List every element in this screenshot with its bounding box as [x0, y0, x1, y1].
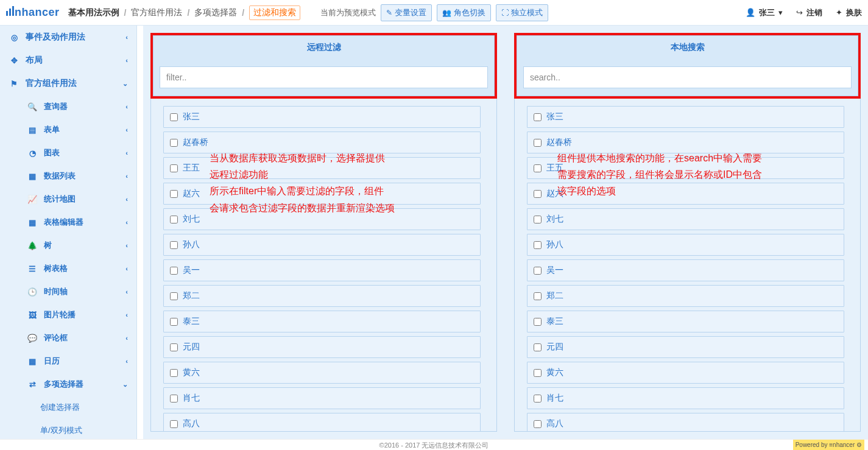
option-row[interactable]: 郑二 [527, 285, 844, 307]
option-checkbox[interactable] [534, 190, 542, 198]
option-checkbox[interactable] [534, 267, 542, 275]
option-checkbox[interactable] [534, 395, 542, 403]
option-checkbox[interactable] [170, 420, 178, 428]
sidebar-item-tableeditor[interactable]: ▦表格编辑器‹ [0, 211, 136, 234]
sidebar-item-layout[interactable]: ✥布局‹ [0, 49, 136, 72]
option-row[interactable]: 张三 [163, 106, 481, 128]
sidebar-item-datalist[interactable]: ▦数据列表‹ [0, 164, 136, 188]
option-checkbox[interactable] [170, 113, 178, 121]
option-list-left[interactable]: 张三赵春桥王五赵六刘七孙八吴一郑二泰三元四黄六肖七高八马九1赫一 [151, 99, 496, 431]
option-row[interactable]: 刘七 [527, 208, 844, 230]
option-checkbox[interactable] [170, 139, 178, 147]
breadcrumb-2[interactable]: 多项选择器 [194, 7, 237, 18]
option-row[interactable]: 元四 [527, 336, 844, 358]
option-checkbox[interactable] [170, 318, 178, 326]
option-checkbox[interactable] [170, 190, 178, 198]
standalone-mode-button[interactable]: ⛶独立模式 [496, 4, 548, 21]
search-input[interactable] [523, 66, 852, 88]
option-row[interactable]: 张三 [527, 106, 844, 128]
option-row[interactable]: 黄六 [163, 362, 481, 384]
list-icon: ☰ [27, 264, 38, 273]
sidebar-item-events[interactable]: ◎事件及动作用法‹ [0, 26, 136, 49]
logout-button[interactable]: ↪注销 [796, 7, 822, 18]
user-menu[interactable]: 👤张三▾ [746, 7, 783, 18]
option-row[interactable]: 刘七 [163, 208, 481, 230]
option-row[interactable]: 高八 [527, 413, 844, 431]
option-checkbox[interactable] [170, 241, 178, 249]
sidebar-item-calendar[interactable]: ▦日历‹ [0, 350, 136, 373]
option-checkbox[interactable] [534, 343, 542, 351]
option-row[interactable]: 吴一 [527, 259, 844, 281]
option-checkbox[interactable] [534, 113, 542, 121]
sidebar-leaf-create[interactable]: 创建选择器 [0, 396, 136, 419]
sidebar-item-comment[interactable]: 💬评论框‹ [0, 326, 136, 350]
option-checkbox[interactable] [170, 369, 178, 377]
breadcrumb-active[interactable]: 过滤和搜索 [249, 5, 300, 20]
option-checkbox[interactable] [534, 369, 542, 377]
option-row[interactable]: 郑二 [163, 285, 481, 307]
variable-settings-button[interactable]: ✎变量设置 [381, 4, 432, 21]
option-list-right[interactable]: 张三赵春桥王五赵六刘七孙八吴一郑二泰三元四黄六肖七高八马九1赫一 [515, 99, 860, 431]
option-row[interactable]: 黄六 [527, 362, 844, 384]
topbar: nhancer 基本用法示例 / 官方组件用法 / 多项选择器 / 过滤和搜索 … [0, 0, 868, 26]
option-checkbox[interactable] [170, 395, 178, 403]
option-label: 元四 [183, 342, 200, 353]
sidebar-item-treetable[interactable]: ☰树表格‹ [0, 257, 136, 280]
skin-button[interactable]: ✦换肤 [836, 7, 862, 18]
option-checkbox[interactable] [170, 216, 178, 223]
grid-icon: ▦ [27, 172, 38, 181]
option-checkbox[interactable] [170, 164, 178, 172]
option-row[interactable]: 肖七 [527, 387, 844, 409]
option-checkbox[interactable] [534, 318, 542, 326]
sidebar-item-timeline[interactable]: 🕒时间轴‹ [0, 280, 136, 303]
sidebar-item-form[interactable]: ▤表单‹ [0, 118, 136, 141]
option-row[interactable]: 高八 [163, 413, 481, 431]
option-label: 肖七 [183, 393, 200, 404]
chevron-left-icon: ‹ [125, 311, 128, 318]
option-label: 黄六 [546, 367, 563, 378]
option-checkbox[interactable] [170, 267, 178, 275]
breadcrumb-1[interactable]: 官方组件用法 [131, 7, 182, 18]
sidebar-item-components[interactable]: ⚑官方组件用法⌄ [0, 72, 136, 95]
sidebar-leaf-mode[interactable]: 单/双列模式 [0, 419, 136, 439]
option-row[interactable]: 泰三 [527, 311, 844, 332]
option-label: 高八 [183, 418, 200, 429]
option-row[interactable]: 赵六 [527, 183, 844, 205]
option-row[interactable]: 赵春桥 [527, 132, 844, 153]
sidebar-item-chart[interactable]: ◔图表‹ [0, 141, 136, 164]
highlight-box-right: 本地搜索 [514, 33, 861, 99]
option-checkbox[interactable] [534, 139, 542, 147]
sidebar-item-query[interactable]: 🔍查询器‹ [0, 95, 136, 118]
option-row[interactable]: 孙八 [163, 234, 481, 256]
option-checkbox[interactable] [534, 241, 542, 249]
footer: ©2016 - 2017 无远信息技术有限公司 Powered by ≡nhan… [0, 439, 868, 450]
sidebar-item-carousel[interactable]: 🖼图片轮播‹ [0, 303, 136, 326]
option-label: 张三 [546, 111, 563, 122]
option-row[interactable]: 王五 [163, 157, 481, 179]
users-icon: 👥 [442, 9, 451, 17]
breadcrumb-root[interactable]: 基本用法示例 [68, 7, 119, 18]
option-row[interactable]: 孙八 [527, 234, 844, 256]
sidebar-item-statmap[interactable]: 📈统计地图‹ [0, 188, 136, 211]
logo[interactable]: nhancer [6, 6, 60, 19]
option-row[interactable]: 王五 [527, 157, 844, 179]
option-row[interactable]: 赵春桥 [163, 132, 481, 153]
option-row[interactable]: 元四 [163, 336, 481, 358]
role-switch-button[interactable]: 👥角色切换 [437, 4, 491, 21]
filter-input[interactable] [160, 66, 488, 88]
option-checkbox[interactable] [534, 420, 542, 428]
sidebar-item-tree[interactable]: 🌲树‹ [0, 234, 136, 257]
option-checkbox[interactable] [534, 216, 542, 223]
option-row[interactable]: 肖七 [163, 387, 481, 409]
sidebar-collapse-handle[interactable]: « [136, 233, 137, 255]
panel-title: 远程过滤 [153, 35, 495, 59]
option-label: 刘七 [183, 214, 200, 225]
option-checkbox[interactable] [170, 343, 178, 351]
sidebar-item-multiselect[interactable]: ⇄多项选择器⌄ [0, 373, 136, 396]
option-checkbox[interactable] [534, 292, 542, 300]
option-checkbox[interactable] [534, 164, 542, 172]
option-row[interactable]: 赵六 [163, 183, 481, 205]
option-row[interactable]: 吴一 [163, 259, 481, 281]
option-row[interactable]: 泰三 [163, 311, 481, 332]
option-checkbox[interactable] [170, 292, 178, 300]
